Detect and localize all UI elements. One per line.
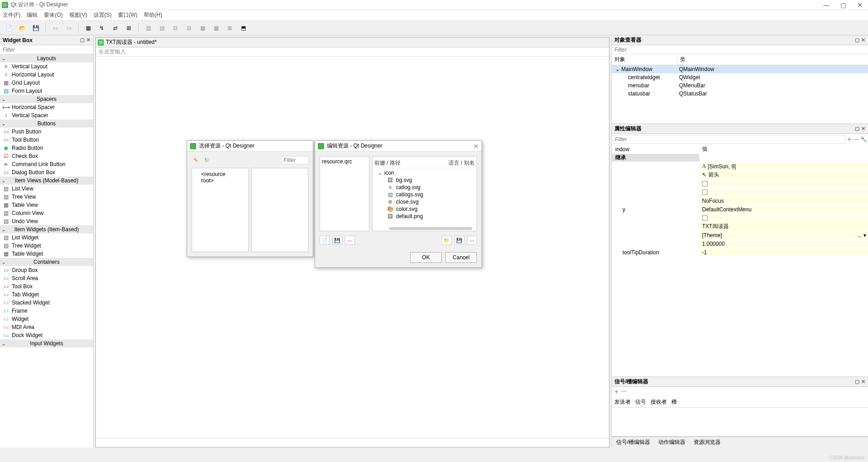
object-filter[interactable] bbox=[612, 45, 868, 54]
property-row[interactable]: TXT阅读器 bbox=[612, 222, 868, 231]
menu-edit[interactable]: 编辑 bbox=[27, 11, 38, 19]
widget-group-header[interactable]: ⌄Containers bbox=[0, 258, 93, 266]
close-panel-icon[interactable]: ✕ bbox=[861, 126, 865, 132]
close-panel-icon[interactable]: ✕ bbox=[861, 379, 865, 385]
horizontal-scrollbar[interactable] bbox=[389, 227, 472, 230]
tab-signal-slot[interactable]: 信号/槽编辑器 bbox=[616, 438, 650, 446]
layout-grid-icon[interactable]: ▦ bbox=[197, 22, 208, 34]
float-icon[interactable]: ▢ bbox=[855, 379, 859, 385]
resource-root-item[interactable]: <resource root> bbox=[194, 170, 246, 185]
edit-signals-icon[interactable]: ↯ bbox=[96, 22, 108, 34]
layout-hsplit-icon[interactable]: ⊟ bbox=[170, 22, 181, 34]
object-tree-row[interactable]: ⌄ MainWindowQMainWindow bbox=[612, 65, 868, 73]
resource-file-item[interactable]: 🖼bg.svg bbox=[374, 176, 475, 184]
new-qrc-icon[interactable]: 📄 bbox=[320, 236, 330, 245]
widget-group-header[interactable]: ⌄Layouts bbox=[0, 54, 93, 62]
resource-tree[interactable]: <resource root> bbox=[192, 168, 249, 252]
widget-group-header[interactable]: ⌄Input Widgets bbox=[0, 339, 93, 348]
property-row[interactable]: [Theme]... ▾ bbox=[612, 231, 868, 239]
menu-help[interactable]: 帮助(H) bbox=[144, 11, 162, 19]
config-icon[interactable]: 🔧 bbox=[860, 136, 867, 143]
widget-item[interactable]: ▭Tool Box bbox=[0, 282, 93, 291]
widget-item[interactable]: ▤List View bbox=[0, 185, 93, 193]
object-tree-row[interactable]: centralwidgetQWidget bbox=[612, 73, 868, 81]
property-row[interactable]: yDefaultContextMenu bbox=[612, 205, 868, 214]
float-icon[interactable]: ▢ bbox=[80, 37, 85, 43]
property-table[interactable]: indow 值 继承 A [SimSun, 9]↖ 箭头NoFocusyDefa… bbox=[612, 145, 868, 376]
widget-item[interactable]: ▤Undo View bbox=[0, 217, 93, 225]
resource-file-item[interactable]: ≡catlog.svg bbox=[374, 184, 475, 191]
widget-item[interactable]: ▭MDI Area bbox=[0, 323, 93, 331]
widget-item[interactable]: ⟷Horizontal Spacer bbox=[0, 103, 93, 111]
edit-icon[interactable]: ✎ bbox=[192, 156, 200, 164]
menu-form[interactable]: 窗体(O) bbox=[44, 11, 62, 19]
menu-window[interactable]: 窗口(W) bbox=[118, 11, 137, 19]
tab-resource-browser[interactable]: 资源浏览器 bbox=[693, 438, 721, 446]
open-file-icon[interactable]: 📂 bbox=[16, 22, 28, 34]
widget-item[interactable]: ▭Dock Widget bbox=[0, 331, 93, 339]
widget-item[interactable]: ▤Form Layout bbox=[0, 87, 93, 95]
resource-file-item[interactable]: 🎨color.svg bbox=[374, 205, 475, 213]
widget-group-header[interactable]: ⌄Spacers bbox=[0, 95, 93, 103]
widget-item[interactable]: ▦Grid Layout bbox=[0, 79, 93, 87]
close-panel-icon[interactable]: ✕ bbox=[861, 37, 865, 43]
widget-box-filter[interactable] bbox=[0, 45, 93, 54]
widget-item[interactable]: ▭Tool Button bbox=[0, 136, 93, 144]
break-layout-icon[interactable]: ⊠ bbox=[224, 22, 236, 34]
layout-form-icon[interactable]: ▦ bbox=[210, 22, 222, 34]
save-file-icon[interactable]: 💾 bbox=[30, 22, 42, 34]
widget-item[interactable]: ▦Table View bbox=[0, 201, 93, 209]
edit-buddies-icon[interactable]: ⇄ bbox=[109, 22, 121, 34]
widget-item[interactable]: ▥Column View bbox=[0, 209, 93, 217]
remove-file-icon[interactable]: — bbox=[467, 236, 477, 245]
property-row[interactable]: toolTipDuration-1 bbox=[612, 248, 868, 257]
object-tree[interactable]: 对象 类 ⌄ MainWindowQMainWindowcentralwidge… bbox=[612, 54, 868, 124]
object-tree-row[interactable]: menubarQMenuBar bbox=[612, 81, 868, 90]
property-filter[interactable] bbox=[613, 135, 845, 144]
menu-settings[interactable]: 设置(S) bbox=[94, 11, 112, 19]
float-icon[interactable]: ▢ bbox=[855, 37, 859, 43]
maximize-button[interactable]: ▢ bbox=[840, 1, 846, 9]
menu-file[interactable]: 文件(F) bbox=[3, 11, 20, 19]
widget-item[interactable]: ↕Vertical Spacer bbox=[0, 111, 93, 119]
widget-group-header[interactable]: ⌄Item Widgets (Item-Based) bbox=[0, 225, 93, 233]
property-row[interactable] bbox=[612, 179, 868, 188]
widget-item[interactable]: ▭Frame bbox=[0, 307, 93, 315]
remove-signal-icon[interactable]: — bbox=[621, 388, 627, 396]
property-row[interactable] bbox=[612, 188, 868, 196]
widget-item[interactable]: ▭Scroll Area bbox=[0, 274, 93, 282]
widget-item[interactable]: ≡Vertical Layout bbox=[0, 62, 93, 71]
widget-item[interactable]: ⫴Horizontal Layout bbox=[0, 71, 93, 79]
property-row[interactable]: ↖ 箭头 bbox=[612, 171, 868, 179]
new-file-icon[interactable]: 📄 bbox=[3, 22, 14, 34]
widget-item[interactable]: ▭Dialog Button Box bbox=[0, 168, 93, 176]
widget-item[interactable]: ☑Check Box bbox=[0, 152, 93, 160]
resource-file-item[interactable]: 🖼default.png bbox=[374, 213, 475, 220]
layout-vsplit-icon[interactable]: ⊟ bbox=[183, 22, 195, 34]
resource-file-tree[interactable]: 前缀 / 路径 语言 / 别名 ⌄icon 🖼bg.svg≡catlog.svg… bbox=[372, 156, 477, 231]
prefix-item[interactable]: ⌄icon bbox=[374, 169, 475, 176]
widget-item[interactable]: ▭Stacked Widget bbox=[0, 299, 93, 307]
remove-dynamic-icon[interactable]: — bbox=[853, 136, 859, 143]
resource-file-item[interactable]: ▤catlogs.svg bbox=[374, 191, 475, 198]
widget-item[interactable]: ▭Group Box bbox=[0, 266, 93, 274]
widget-item[interactable]: ▭Widget bbox=[0, 315, 93, 323]
float-icon[interactable]: ▢ bbox=[855, 126, 859, 132]
property-row[interactable]: A [SimSun, 9] bbox=[612, 162, 868, 171]
add-dynamic-icon[interactable]: + bbox=[847, 135, 851, 143]
open-qrc-icon[interactable]: 💾 bbox=[332, 236, 342, 245]
property-row[interactable] bbox=[612, 214, 868, 222]
bring-front-icon[interactable]: ▭ bbox=[63, 22, 75, 34]
widget-group-header[interactable]: ⌄Item Views (Model-Based) bbox=[0, 176, 93, 185]
add-signal-icon[interactable]: + bbox=[614, 388, 618, 396]
widget-item[interactable]: ➤Command Link Button bbox=[0, 160, 93, 168]
tab-action-editor[interactable]: 动作编辑器 bbox=[658, 438, 685, 446]
property-row[interactable]: 1.000000 bbox=[612, 239, 868, 248]
widget-item[interactable]: ◉Radio Button bbox=[0, 144, 93, 152]
widget-item[interactable]: ▤List Widget bbox=[0, 233, 93, 242]
cancel-button[interactable]: Cancel bbox=[445, 252, 477, 263]
reload-icon[interactable]: ↻ bbox=[203, 156, 211, 164]
edit-tab-order-icon[interactable]: ⊞ bbox=[123, 22, 135, 34]
object-tree-row[interactable]: statusbarQStatusBar bbox=[612, 90, 868, 98]
add-prefix-icon[interactable]: 📁 bbox=[442, 236, 452, 245]
